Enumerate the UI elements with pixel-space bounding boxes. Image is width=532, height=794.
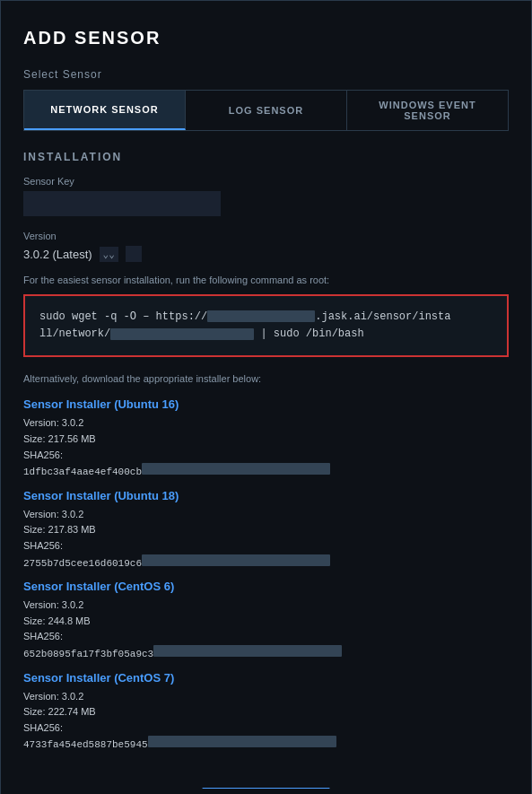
installer-ubuntu18-sha-redacted (142, 554, 330, 566)
installer-centos7-meta: Version: 3.0.2 Size: 222.74 MB SHA256: 4… (23, 689, 509, 754)
installer-centos7-link[interactable]: Sensor Installer (CentOS 7) (23, 671, 174, 685)
installer-ubuntu18-link[interactable]: Sensor Installer (Ubuntu 18) (23, 489, 179, 502)
installer-centos7: Sensor Installer (CentOS 7) Version: 3.0… (23, 670, 509, 754)
version-value: 3.0.2 (Latest) (23, 248, 92, 261)
installer-ubuntu18: Sensor Installer (Ubuntu 18) Version: 3.… (23, 488, 509, 572)
footer: CLOSE (23, 779, 509, 794)
command-box: sudo wget -q -O – https:// .jask.ai/sens… (23, 294, 509, 357)
command-line2-suffix: | sudo /bin/bash (254, 327, 363, 340)
close-button[interactable]: CLOSE (196, 788, 336, 794)
installation-header: INSTALLATION (23, 151, 509, 163)
command-line2-prefix: ll/network/ (39, 327, 110, 340)
select-sensor-label: Select Sensor (23, 68, 509, 81)
command-text-domain-suffix: .jask.ai/sensor/insta (315, 310, 450, 323)
tab-windows-event-sensor[interactable]: WINDOWS EVENT SENSOR (347, 91, 508, 130)
version-label: Version (23, 231, 509, 241)
command-domain-redacted (207, 310, 315, 322)
installer-centos6-sha: 652b0895fa17f3bf05a9c3 (23, 649, 153, 659)
tab-log-sensor[interactable]: LOG SENSOR (186, 91, 347, 130)
installer-ubuntu16-link[interactable]: Sensor Installer (Ubuntu 16) (23, 397, 179, 411)
sensor-tabs: NETWORK SENSOR LOG SENSOR WINDOWS EVENT … (23, 90, 509, 131)
installer-ubuntu16-sha: 1dfbc3af4aae4ef400cb (23, 467, 142, 477)
version-row: 3.0.2 (Latest) ⌄⌄ (23, 246, 509, 262)
installer-centos6-sha-redacted (153, 645, 342, 657)
installer-ubuntu16-sha-redacted (142, 463, 330, 475)
installer-ubuntu18-meta: Version: 3.0.2 Size: 217.83 MB SHA256: 2… (23, 507, 509, 572)
installer-centos6-meta: Version: 3.0.2 Size: 244.8 MB SHA256: 65… (23, 598, 509, 662)
modal-title: ADD SENSOR (23, 28, 509, 48)
installer-ubuntu16: Sensor Installer (Ubuntu 16) Version: 3.… (23, 397, 509, 480)
alt-hint: Alternatively, download the appropriate … (23, 373, 509, 384)
command-path-redacted (110, 328, 254, 340)
command-text-prefix: sudo wget -q -O – https:// (39, 310, 207, 323)
installer-centos7-sha-redacted (148, 736, 336, 747)
sensor-key-label: Sensor Key (23, 176, 509, 187)
installer-centos7-sha: 4733fa454ed5887be5945 (23, 739, 148, 750)
installer-ubuntu16-meta: Version: 3.0.2 Size: 217.56 MB SHA256: 1… (23, 415, 509, 480)
installer-centos6-link[interactable]: Sensor Installer (CentOS 6) (23, 580, 174, 593)
tab-network-sensor[interactable]: NETWORK SENSOR (24, 91, 186, 130)
sensor-key-input-redacted[interactable] (23, 191, 221, 216)
installer-centos6: Sensor Installer (CentOS 6) Version: 3.0… (23, 579, 509, 662)
version-dropdown[interactable]: ⌄⌄ (100, 247, 118, 262)
installer-ubuntu18-sha: 2755b7d5cee16d6019c6 (23, 558, 142, 569)
install-hint: For the easiest sensor installation, run… (23, 275, 509, 285)
modal-container: ADD SENSOR Select Sensor NETWORK SENSOR … (0, 0, 532, 794)
version-box (126, 246, 142, 262)
